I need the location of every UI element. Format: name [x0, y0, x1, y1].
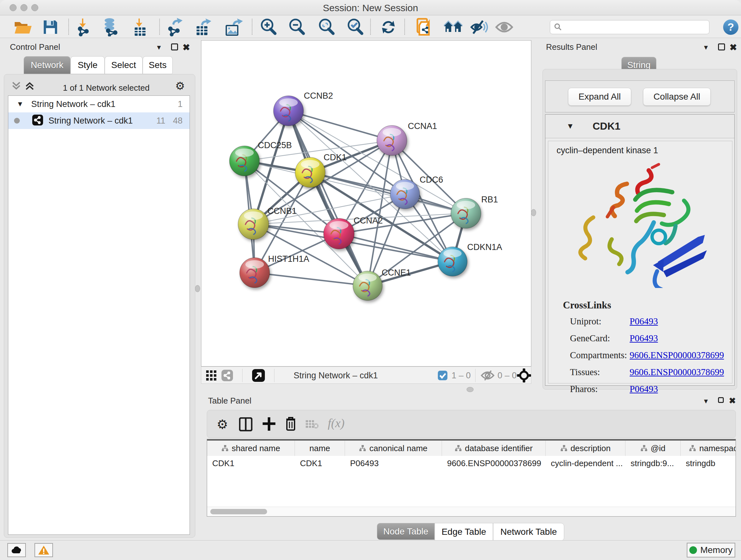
show-columns-icon[interactable] — [239, 417, 253, 433]
right-splitter-handle[interactable] — [531, 209, 536, 216]
open-session-icon[interactable] — [13, 18, 33, 36]
tree-collapse-icon[interactable]: ▼ — [17, 100, 23, 108]
table-options-gear-icon[interactable]: ⚙ — [217, 418, 228, 431]
refresh-icon[interactable] — [378, 18, 399, 36]
save-session-icon[interactable] — [40, 18, 61, 36]
help-icon[interactable]: ? — [721, 18, 741, 36]
memory-button[interactable]: Memory — [687, 543, 735, 557]
table-cell[interactable]: stringdb:9... — [625, 456, 681, 471]
table-cell[interactable]: P06493 — [345, 456, 442, 471]
network-graph[interactable]: CCNB2CCNA1CDC25BCDK1CDC6RB1CCNB1CCNA2CDK… — [201, 41, 531, 366]
table-cell[interactable]: CDK1 — [207, 456, 295, 471]
crosslink-row: Uniprot: — [570, 316, 601, 327]
control-panel-float-icon[interactable] — [171, 44, 178, 51]
table-panel-collapse-icon[interactable]: ▾ — [704, 396, 708, 406]
selected-checkbox-icon[interactable] — [437, 370, 448, 382]
gene-header-row[interactable]: ▼ CDK1 — [545, 115, 734, 138]
show-details-icon[interactable] — [494, 18, 515, 36]
tab-network-table[interactable]: Network Table — [493, 523, 564, 541]
node-table: shared namenamecanonical namedatabase id… — [207, 439, 736, 516]
table-cell[interactable]: CDK1 — [295, 456, 345, 471]
tab-node-table[interactable]: Node Table — [377, 523, 434, 540]
left-splitter-handle[interactable] — [195, 285, 200, 292]
tab-style[interactable]: Style — [71, 56, 105, 74]
table-row[interactable]: CDK1CDK1P064939606.ENSP00000378699cyclin… — [207, 441, 736, 471]
network-collection-label: String Network – cdk1 — [31, 99, 116, 109]
control-panel-title: Control Panel — [10, 42, 60, 52]
svg-text:CDK1: CDK1 — [324, 152, 347, 162]
selected-node-edge-counts: 1 – 0 — [452, 371, 471, 381]
home-icon[interactable] — [443, 18, 463, 36]
hidden-eye-slash-icon — [480, 370, 495, 382]
toolbar-separator — [252, 19, 253, 35]
export-image-icon[interactable] — [223, 18, 244, 36]
control-panel-collapse-icon[interactable]: ▾ — [157, 43, 161, 52]
export-table-icon[interactable] — [193, 18, 213, 36]
export-network-icon[interactable] — [165, 18, 186, 36]
results-panel-collapse-icon[interactable]: ▾ — [704, 43, 708, 52]
network-canvas[interactable]: CCNB2CCNA1CDC25BCDK1CDC6RB1CCNB1CCNA2CDK… — [201, 40, 531, 367]
cytoscape-window: Session: New Session — [0, 0, 741, 560]
zoom-out-icon[interactable] — [287, 18, 307, 36]
table-cell[interactable]: cyclin-dependent ... — [546, 456, 625, 471]
network-share-view-icon[interactable] — [221, 369, 233, 383]
crosslink-link[interactable]: P06493 — [630, 384, 658, 394]
svg-text:CCNA2: CCNA2 — [354, 216, 383, 226]
results-panel-float-icon[interactable] — [718, 44, 725, 51]
svg-text:CDC6: CDC6 — [420, 175, 443, 185]
birdseye-view-icon[interactable] — [252, 369, 265, 383]
share-document-icon[interactable] — [415, 18, 435, 36]
gene-collapse-icon[interactable]: ▼ — [566, 122, 574, 131]
table-toolbar: ⚙ f(x) — [207, 410, 736, 438]
create-column-icon[interactable] — [262, 417, 276, 433]
expand-all-networks-icon[interactable] — [25, 80, 35, 92]
import-table-icon[interactable] — [130, 18, 150, 36]
control-panel-close-icon[interactable]: ✖ — [183, 42, 190, 53]
protein-structure-image — [569, 160, 719, 288]
results-panel-title: Results Panel — [546, 42, 597, 52]
hidden-node-edge-counts: 0 – 0 — [497, 371, 517, 381]
tab-sets[interactable]: Sets — [143, 56, 173, 74]
collapse-all-networks-icon[interactable] — [11, 80, 21, 92]
search-input[interactable] — [550, 20, 710, 34]
crosslink-link[interactable]: 9606.ENSP00000378699 — [630, 367, 724, 377]
expand-all-button[interactable]: Expand All — [568, 88, 631, 106]
svg-text:CCNA1: CCNA1 — [408, 121, 437, 131]
search-icon — [554, 23, 562, 31]
toolbar-separator — [370, 19, 371, 35]
cloud-status-button[interactable] — [7, 543, 26, 557]
horizontal-splitter-handle[interactable] — [467, 387, 474, 392]
network-options-gear-icon[interactable]: ⚙ — [175, 80, 185, 91]
grid-view-icon[interactable] — [206, 370, 217, 382]
table-panel-float-icon[interactable] — [718, 397, 724, 403]
results-entry-panel: ▼ CDK1 cyclin–dependent kinase 1 — [545, 114, 735, 386]
network-tree-selected-row[interactable]: String Network – cdk1 11 48 — [8, 112, 190, 129]
warning-status-button[interactable] — [35, 543, 53, 557]
fit-selected-crosshair-icon[interactable] — [517, 368, 531, 384]
hscrollbar-thumb[interactable] — [210, 509, 267, 514]
results-panel-close-icon[interactable]: ✖ — [730, 42, 737, 53]
table-panel-close-icon[interactable]: ✖ — [729, 396, 736, 406]
network-selection-summary: 1 of 1 Network selected — [63, 83, 150, 93]
collapse-all-button[interactable]: Collapse All — [643, 88, 711, 106]
tab-select[interactable]: Select — [105, 56, 143, 74]
import-network-icon[interactable] — [73, 18, 93, 36]
network-tree-root-row[interactable]: ▼ String Network – cdk1 1 — [8, 96, 190, 112]
tab-edge-table[interactable]: Edge Table — [434, 523, 493, 541]
results-button-bar: Expand All Collapse All — [545, 80, 735, 112]
zoom-selected-icon[interactable] — [345, 18, 366, 36]
network-tree: ▼ String Network – cdk1 1 String Network… — [8, 96, 190, 535]
hide-details-icon[interactable] — [469, 18, 489, 36]
crosslink-link[interactable]: P06493 — [630, 316, 658, 327]
table-cell[interactable]: 9606.ENSP00000378699 — [442, 456, 546, 471]
tab-network[interactable]: Network — [23, 56, 71, 74]
crosslink-link[interactable]: 9606.ENSP00000378699 — [630, 350, 724, 361]
zoom-fit-icon[interactable] — [317, 18, 337, 36]
table-cell[interactable]: stringdb — [681, 456, 736, 471]
import-database-icon[interactable] — [100, 18, 121, 36]
delete-column-trash-icon[interactable] — [284, 416, 297, 433]
crosslink-link[interactable]: P06493 — [630, 333, 658, 344]
svg-text:CCNB2: CCNB2 — [304, 91, 333, 101]
table-hscrollbar[interactable] — [207, 507, 736, 516]
zoom-in-icon[interactable] — [259, 18, 279, 36]
